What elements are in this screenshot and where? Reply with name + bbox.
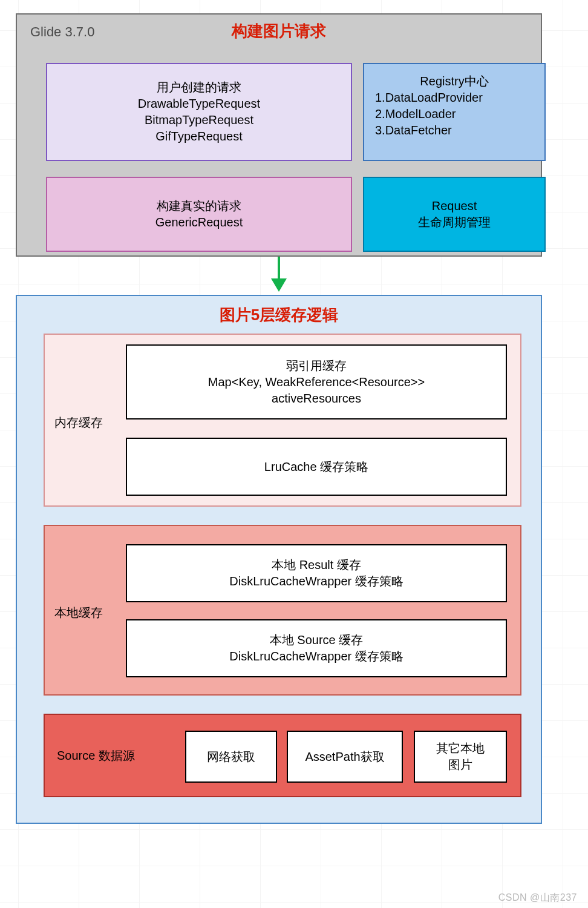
user-request-line: DrawableTypeRequest: [138, 96, 260, 112]
weak-ref-cache-box: 弱引用缓存 Map<Key, WeakReference<Resource>> …: [126, 344, 507, 419]
watermark-text: CSDN @山南237: [498, 892, 577, 904]
section1-title: 构建图片请求: [17, 21, 541, 42]
section2-title: 图片5层缓存逻辑: [17, 304, 541, 326]
disk-cache-label: 本地缓存: [54, 605, 103, 621]
registry-title: Registry中心: [375, 73, 534, 90]
registry-item: 2.ModelLoader: [375, 106, 534, 122]
registry-item: 1.DataLoadProvider: [375, 90, 534, 106]
disk-source-cache-box: 本地 Source 缓存 DiskLruCacheWrapper 缓存策略: [126, 619, 507, 677]
generic-line: 构建真实的请求: [155, 198, 243, 214]
user-request-line: GifTypeRequest: [138, 128, 260, 145]
disk-source-line: 本地 Source 缓存: [229, 632, 403, 648]
lifecycle-line: 生命周期管理: [418, 214, 491, 231]
arrow-down-icon: [0, 257, 588, 293]
source-other-line: 其它本地: [436, 740, 485, 757]
disk-result-line: 本地 Result 缓存: [229, 557, 403, 573]
lru-cache-box: LruCache 缓存策略: [126, 438, 507, 496]
source-asset-text: AssetPath获取: [305, 749, 384, 765]
disk-cache-group: 本地缓存 本地 Result 缓存 DiskLruCacheWrapper 缓存…: [44, 525, 521, 696]
build-request-section: Glide 3.7.0 构建图片请求 用户创建的请求 DrawableTypeR…: [16, 13, 542, 257]
source-network-box: 网络获取: [185, 731, 277, 783]
lifecycle-box: Request 生命周期管理: [363, 177, 546, 252]
user-request-line: BitmapTypeRequest: [138, 112, 260, 128]
source-net-text: 网络获取: [207, 749, 255, 765]
weak-ref-line: Map<Key, WeakReference<Resource>>: [208, 374, 425, 390]
source-label: Source 数据源: [57, 748, 135, 764]
weak-ref-line: activeResources: [208, 390, 425, 407]
disk-source-line: DiskLruCacheWrapper 缓存策略: [229, 648, 403, 665]
lifecycle-line: Request: [418, 198, 491, 214]
memory-cache-group: 内存缓存 弱引用缓存 Map<Key, WeakReference<Resour…: [44, 334, 521, 507]
source-group: Source 数据源 网络获取 AssetPath获取 其它本地 图片: [44, 714, 521, 797]
user-request-box: 用户创建的请求 DrawableTypeRequest BitmapTypeRe…: [46, 63, 352, 161]
diagram-canvas: Glide 3.7.0 构建图片请求 用户创建的请求 DrawableTypeR…: [0, 0, 588, 908]
generic-request-box: 构建真实的请求 GenericRequest: [46, 177, 352, 252]
memory-cache-label: 内存缓存: [54, 415, 103, 431]
user-request-line: 用户创建的请求: [138, 79, 260, 96]
source-other-box: 其它本地 图片: [414, 731, 507, 783]
disk-result-line: DiskLruCacheWrapper 缓存策略: [229, 573, 403, 590]
source-other-line: 图片: [436, 757, 485, 773]
lru-cache-text: LruCache 缓存策略: [264, 459, 368, 475]
generic-line: GenericRequest: [155, 214, 243, 231]
cache-logic-section: 图片5层缓存逻辑 内存缓存 弱引用缓存 Map<Key, WeakReferen…: [16, 295, 542, 824]
registry-box: Registry中心 1.DataLoadProvider 2.ModelLoa…: [363, 63, 546, 161]
weak-ref-line: 弱引用缓存: [208, 358, 425, 374]
disk-result-cache-box: 本地 Result 缓存 DiskLruCacheWrapper 缓存策略: [126, 544, 507, 602]
registry-item: 3.DataFetcher: [375, 122, 534, 139]
source-asset-box: AssetPath获取: [287, 731, 403, 783]
